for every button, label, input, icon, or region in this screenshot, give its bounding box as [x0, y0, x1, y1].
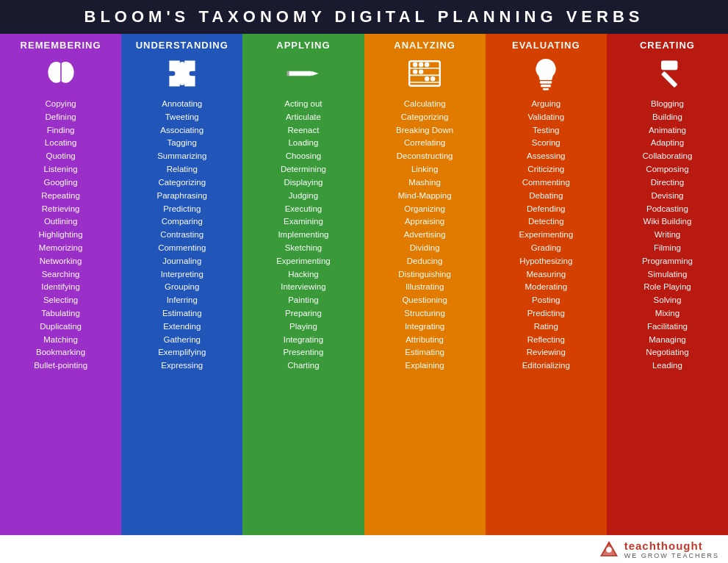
list-item: Correlating [404, 137, 445, 150]
list-item: Matching [43, 334, 78, 347]
list-item: Comparing [162, 215, 203, 229]
list-item: Sketching [285, 242, 322, 255]
list-item: Assessing [527, 150, 565, 163]
items-creating: BloggingBuildingAnimatingAdaptingCollabo… [610, 98, 725, 373]
list-item: Arguing [531, 98, 561, 111]
header-evaluating: EVALUATING [512, 40, 580, 51]
svg-rect-18 [540, 81, 552, 83]
brand: teachthought WE GROW TEACHERS [598, 539, 719, 561]
list-item: Gathering [164, 334, 201, 347]
list-item: Exemplifying [158, 346, 206, 359]
list-item: Defending [527, 203, 565, 216]
svg-rect-6 [287, 71, 289, 76]
svg-point-17 [425, 76, 429, 81]
list-item: Loading [288, 137, 318, 150]
list-item: Advertising [404, 229, 446, 242]
list-item: Bookmarking [36, 346, 85, 359]
svg-rect-20 [543, 88, 549, 90]
list-item: Bullet-pointing [34, 359, 87, 373]
list-item: Criticizing [527, 163, 564, 176]
list-item: Calculating [404, 98, 446, 111]
list-item: Interpreting [161, 268, 203, 282]
list-item: Adapting [651, 137, 684, 150]
list-item: Grouping [165, 281, 199, 294]
list-item: Outlining [44, 215, 77, 229]
list-item: Moderating [525, 281, 568, 294]
list-item: Charting [287, 359, 319, 373]
list-item: Commenting [522, 176, 570, 190]
items-evaluating: ArguingValidatingTestingScoringAssessing… [489, 98, 604, 373]
column-remembering: REMEMBERING CopyingDefiningFindingLocati… [0, 34, 121, 535]
icon-lightbulb [527, 55, 564, 92]
list-item: Predicting [527, 307, 565, 320]
list-item: Podcasting [646, 203, 688, 216]
list-item: Listening [44, 163, 78, 176]
list-item: Implementing [278, 229, 328, 242]
list-item: Editorializing [522, 359, 570, 373]
brand-text-block: teachthought WE GROW TEACHERS [624, 539, 719, 559]
list-item: Testing [533, 124, 559, 137]
list-item: Tweeting [165, 111, 199, 124]
list-item: Estimating [162, 307, 202, 320]
svg-point-25 [606, 547, 612, 553]
list-item: Reenact [288, 124, 320, 137]
header-remembering: REMEMBERING [21, 40, 101, 51]
list-item: Illustrating [406, 281, 444, 294]
list-item: Paraphrasing [157, 190, 207, 203]
icon-brain [43, 55, 79, 92]
icon-pencil [285, 55, 322, 92]
list-item: Linking [411, 163, 438, 176]
list-item: Expressing [161, 359, 203, 373]
column-understanding: UNDERSTANDING AnnotatingTweetingAssociat… [121, 34, 242, 535]
items-remembering: CopyingDefiningFindingLocatingQuotingLis… [3, 98, 118, 373]
list-item: Examining [284, 215, 323, 229]
list-item: Integrating [405, 320, 444, 334]
list-item: Selecting [43, 294, 78, 307]
list-item: Directing [651, 176, 684, 190]
list-item: Posting [532, 294, 560, 307]
list-item: Associating [160, 124, 203, 137]
column-applying: APPLYING Acting outArticulateReenactLoad… [242, 34, 364, 535]
svg-rect-19 [541, 85, 551, 87]
list-item: Mashing [408, 176, 440, 190]
column-creating: CREATING BloggingBuildingAnimatingAdapti… [607, 34, 728, 535]
list-item: Networking [40, 255, 82, 268]
svg-point-15 [419, 69, 423, 73]
list-item: Summarizing [157, 150, 206, 163]
header-understanding: UNDERSTANDING [136, 40, 228, 51]
list-item: Detecting [528, 215, 564, 229]
list-item: Distinguishing [398, 268, 451, 282]
list-item: Defining [45, 111, 76, 124]
list-item: Mind-Mapping [398, 190, 452, 203]
list-item: Judging [289, 190, 318, 203]
list-item: Searching [42, 268, 80, 282]
list-item: Reflecting [527, 334, 565, 347]
svg-rect-4 [288, 71, 311, 76]
items-understanding: AnnotatingTweetingAssociatingTaggingSumm… [124, 98, 239, 373]
list-item: Articulate [286, 111, 321, 124]
svg-point-11 [413, 62, 417, 67]
icon-hammer [649, 55, 685, 92]
list-item: Presenting [283, 346, 323, 359]
list-item: Retrieving [42, 203, 80, 216]
list-item: Hacking [288, 268, 319, 282]
list-item: Animating [649, 124, 686, 137]
list-item: Writing [655, 229, 681, 242]
list-item: Filming [654, 242, 681, 255]
list-item: Hypothesizing [519, 255, 572, 268]
list-item: Categorizing [158, 176, 206, 190]
list-item: Determining [281, 163, 326, 176]
list-item: Breaking Down [396, 124, 453, 137]
list-item: Solving [654, 294, 682, 307]
list-item: Rating [534, 320, 558, 334]
brand-logo-icon [598, 539, 620, 561]
list-item: Contrasting [160, 229, 203, 242]
list-item: Negotiating [646, 346, 688, 359]
list-item: Inferring [167, 294, 198, 307]
list-item: Wiki Building [644, 215, 692, 229]
list-item: Role Playing [644, 281, 691, 294]
list-item: Validating [527, 111, 564, 124]
list-item: Googling [44, 176, 78, 190]
list-item: Debating [529, 190, 563, 203]
list-item: Choosing [286, 150, 322, 163]
